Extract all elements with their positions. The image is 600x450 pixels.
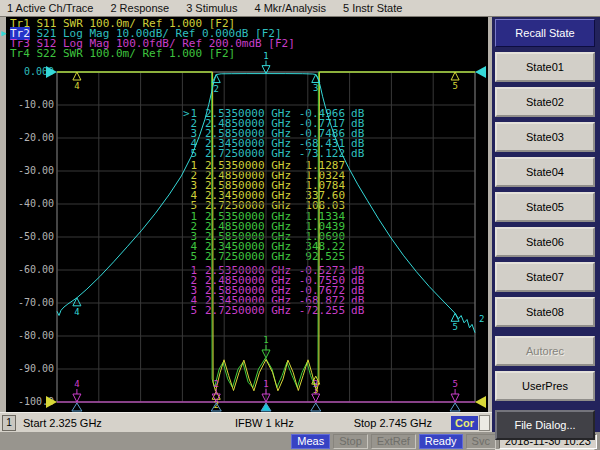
y-axis-label: -90.00	[6, 364, 54, 374]
y-axis-label: -80.00	[6, 331, 54, 341]
softkey-sidebar: Recall State State01State02State03State0…	[492, 17, 600, 432]
status-badge-ready: Ready	[419, 434, 463, 449]
menu-item-3[interactable]: 3 Stimulus	[186, 2, 237, 14]
softkey-state02[interactable]: State02	[495, 87, 595, 117]
channel-indicator: 1	[2, 415, 16, 431]
trace-def-tr4[interactable]: Tr4 S22 SWR 100.0m/ Ref 1.000 [F2]	[10, 49, 235, 59]
softkey-state03[interactable]: State03	[495, 122, 595, 152]
softkey-state01[interactable]: State01	[495, 52, 595, 82]
y-axis-label: -10.00	[6, 100, 54, 110]
menu-item-5[interactable]: 5 Instr State	[343, 2, 402, 14]
menu-bar: 1 Active Ch/Trace2 Response3 Stimulus4 M…	[0, 0, 600, 17]
softkey-state04[interactable]: State04	[495, 157, 595, 187]
softkey-state06[interactable]: State06	[495, 227, 595, 257]
y-axis-label: -30.00	[6, 166, 54, 176]
menu-item-4[interactable]: 4 Mkr/Analysis	[254, 2, 326, 14]
active-trace-cursor-icon: ▶	[1, 28, 6, 38]
y-axis-label: -70.00	[6, 298, 54, 308]
menu-item-2[interactable]: 2 Response	[110, 2, 169, 14]
marker-row: 52.7250000 GHz92.525	[183, 252, 351, 262]
y-axis-label: -50.00	[6, 232, 54, 242]
softkey-state05[interactable]: State05	[495, 192, 595, 222]
menu-item-1[interactable]: 1 Active Ch/Trace	[7, 2, 93, 14]
softkey-userpres[interactable]: UserPres	[495, 371, 595, 401]
marker-row: 52.7250000 GHz-72.255dB	[183, 306, 364, 316]
softkey-state07[interactable]: State07	[495, 262, 595, 292]
marker-row: 52.7250000 GHz-73.122dB	[183, 149, 364, 159]
softkey-file-dialog[interactable]: File Dialog...	[495, 410, 595, 440]
y-axis-label: -20.00	[6, 133, 54, 143]
vna-instrument-screen: { "menu_bar": {"items": ["1 Active Ch/Tr…	[0, 0, 600, 450]
status-badge-extref: ExtRef	[371, 434, 416, 449]
y-axis-label: -60.00	[6, 265, 54, 275]
marker-group-tr2: >12.5350000 GHz-0.4966dB22.4850000 GHz-0…	[183, 109, 364, 159]
y-axis-label: 0.000	[6, 67, 54, 77]
marker-group-tr3: 12.5350000 GHz-0.5273dB22.4850000 GHz-0.…	[183, 266, 364, 316]
start-frequency-label: Start 2.325 GHz	[23, 417, 102, 429]
y-axis-label: -40.00	[6, 199, 54, 209]
marker-group-tr4: 12.5350000 GHz1.133422.4850000 GHz1.0439…	[183, 212, 351, 262]
status-badge-stop: Stop	[333, 434, 368, 449]
correction-badge: Cor	[451, 416, 478, 430]
softkey-autorec: Autorec	[495, 336, 595, 366]
stimulus-bar: 1 Start 2.325 GHz IFBW 1 kHz Stop 2.745 …	[0, 412, 492, 432]
corner-box	[479, 415, 490, 431]
stop-frequency-label: Stop 2.745 GHz	[354, 417, 432, 429]
status-badge-meas: Meas	[291, 434, 330, 449]
y-axis-label: -100.0	[6, 397, 54, 407]
softkey-menu-title: Recall State	[495, 19, 595, 47]
ifbw-label: IFBW 1 kHz	[235, 417, 294, 429]
marker-group-tr1: 12.5350000 GHz1.128722.4850000 GHz1.0324…	[183, 161, 351, 211]
softkey-state08[interactable]: State08	[495, 297, 595, 327]
